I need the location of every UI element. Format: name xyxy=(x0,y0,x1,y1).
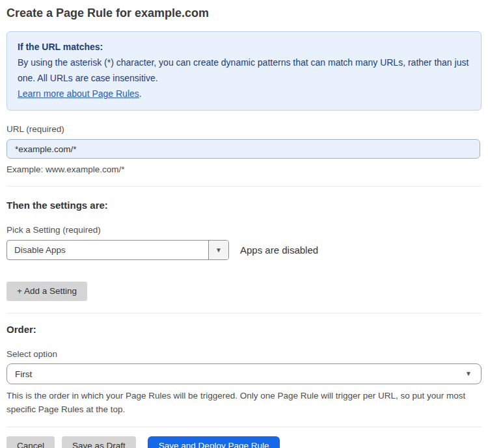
setting-select[interactable]: Disable Apps ▼ xyxy=(7,240,229,260)
save-as-draft-button[interactable]: Save as Draft xyxy=(62,436,136,448)
divider xyxy=(7,313,481,313)
link-suffix: . xyxy=(139,88,142,99)
order-select-label: Select option xyxy=(7,349,481,359)
learn-more-link[interactable]: Learn more about Page Rules xyxy=(18,88,139,99)
cancel-button[interactable]: Cancel xyxy=(7,436,55,448)
url-field-label: URL (required) xyxy=(7,124,481,134)
setting-row: Disable Apps ▼ Apps are disabled xyxy=(7,240,481,260)
add-setting-button[interactable]: + Add a Setting xyxy=(7,282,87,301)
url-example-text: Example: www.example.com/* xyxy=(7,165,481,174)
order-select-value: First xyxy=(15,369,32,379)
order-help-text: This is the order in which your Page Rul… xyxy=(7,389,475,416)
caret-down-icon: ▼ xyxy=(215,247,222,254)
url-input[interactable] xyxy=(7,139,480,159)
save-and-deploy-button[interactable]: Save and Deploy Page Rule xyxy=(148,436,280,448)
divider xyxy=(7,186,481,187)
settings-section-heading: Then the settings are: xyxy=(7,200,481,211)
order-section-heading: Order: xyxy=(7,324,481,335)
footer-actions: Cancel Save as Draft Save and Deploy Pag… xyxy=(7,436,481,448)
info-box-link-line: Learn more about Page Rules. xyxy=(18,86,470,101)
info-box-heading: If the URL matches: xyxy=(18,39,470,55)
divider xyxy=(7,427,481,427)
caret-down-icon: ▼ xyxy=(465,371,472,377)
setting-status-text: Apps are disabled xyxy=(240,244,318,256)
order-select[interactable]: First ▼ xyxy=(7,363,481,384)
info-box-body: By using the asterisk (*) character, you… xyxy=(18,55,470,86)
url-match-info-box: If the URL matches: By using the asteris… xyxy=(7,31,481,111)
setting-select-value: Disable Apps xyxy=(7,241,208,259)
page-title: Create a Page Rule for example.com xyxy=(7,5,481,21)
setting-select-arrow-button[interactable]: ▼ xyxy=(208,241,228,259)
pick-setting-label: Pick a Setting (required) xyxy=(7,225,481,235)
